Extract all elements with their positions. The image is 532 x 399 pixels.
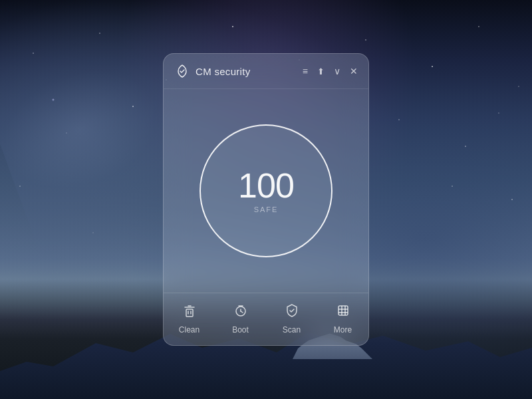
nav-label-boot: Boot bbox=[232, 325, 249, 334]
app-logo-icon bbox=[174, 63, 190, 79]
titlebar: CM security ≡ ⬆ ∨ ✕ bbox=[164, 54, 368, 89]
bottom-nav: Clean Boot Scan bbox=[164, 293, 368, 345]
trash-icon bbox=[182, 303, 198, 321]
score-label: SAFE bbox=[254, 205, 279, 213]
menu-icon[interactable]: ≡ bbox=[303, 66, 308, 76]
svg-rect-9 bbox=[338, 306, 348, 315]
nav-item-clean[interactable]: Clean bbox=[164, 303, 215, 334]
score-value: 100 bbox=[238, 168, 294, 203]
close-icon[interactable]: ✕ bbox=[350, 66, 358, 76]
app-title: CM security bbox=[196, 66, 303, 77]
nav-item-scan[interactable]: Scan bbox=[266, 303, 317, 334]
main-content: 100 SAFE bbox=[164, 89, 368, 293]
upload-icon[interactable]: ⬆ bbox=[317, 67, 325, 76]
svg-line-7 bbox=[241, 311, 243, 313]
nav-label-clean: Clean bbox=[179, 325, 200, 334]
nav-item-boot[interactable]: Boot bbox=[215, 303, 266, 334]
titlebar-controls: ≡ ⬆ ∨ ✕ bbox=[303, 66, 358, 76]
grid-icon bbox=[335, 303, 351, 321]
security-widget: CM security ≡ ⬆ ∨ ✕ 100 SAFE bbox=[163, 53, 369, 346]
minimize-icon[interactable]: ∨ bbox=[334, 66, 340, 76]
nav-label-more: More bbox=[334, 325, 352, 334]
clock-icon bbox=[233, 303, 249, 321]
checkshield-icon bbox=[284, 303, 300, 321]
nav-label-scan: Scan bbox=[283, 325, 301, 334]
svg-rect-0 bbox=[186, 309, 193, 317]
nav-item-more[interactable]: More bbox=[317, 303, 368, 334]
score-circle: 100 SAFE bbox=[200, 124, 332, 257]
